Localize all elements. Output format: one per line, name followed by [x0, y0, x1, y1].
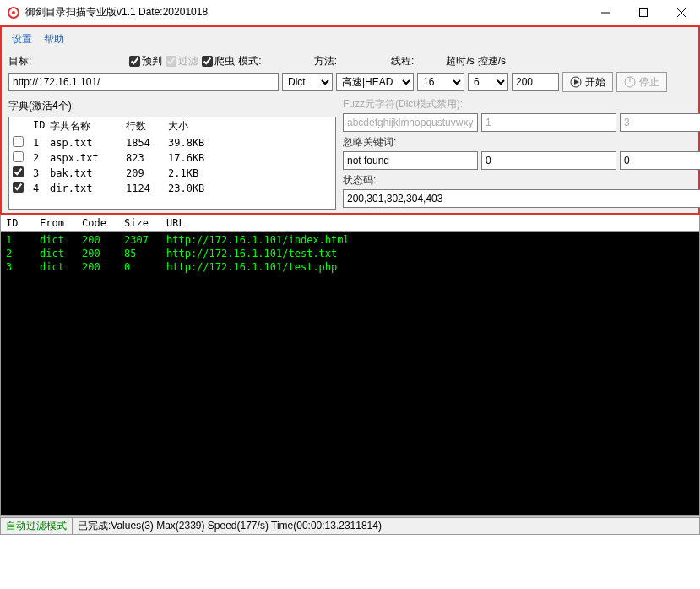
dict-row-id: 2	[33, 152, 50, 164]
dict-row-checkbox[interactable]	[13, 136, 24, 147]
status-progress: 已完成:Values(3) Max(2339) Speed(177/s) Tim…	[73, 517, 700, 535]
result-from: dict	[40, 247, 82, 260]
result-row[interactable]: 2dict20085http://172.16.1.101/test.txt	[6, 247, 694, 260]
result-code: 200	[82, 247, 124, 260]
dict-row-lines: 1124	[126, 183, 168, 194]
close-button[interactable]	[662, 0, 700, 25]
dict-row-id: 1	[33, 137, 50, 149]
mode-label: 模式:	[238, 54, 261, 68]
fuzz-max-input[interactable]	[620, 113, 700, 132]
filter-checkbox[interactable]: 过滤	[166, 54, 198, 68]
result-row[interactable]: 1dict2002307http://172.16.1.101/index.ht…	[6, 233, 694, 247]
config-columns: 字典(激活4个): ID 字典名称 行数 大小 1asp.txt185439.8…	[2, 95, 698, 213]
dict-row-id: 3	[33, 167, 50, 179]
ignore-keywords-input[interactable]	[343, 151, 478, 170]
statusbar: 自动过滤模式 已完成:Values(3) Max(2339) Speed(177…	[0, 516, 700, 535]
dict-row-name: dir.txt	[50, 183, 126, 194]
titlebar: 御剑目录扫描专业版v1.1 Date:20201018	[0, 0, 700, 25]
dict-header: 字典(激活4个):	[8, 95, 336, 117]
dict-row[interactable]: 4dir.txt112423.0KB	[9, 181, 335, 196]
result-id: 2	[6, 247, 40, 260]
result-row[interactable]: 3dict2000http://172.16.1.101/test.php	[6, 260, 694, 274]
result-size: 2307	[124, 233, 166, 247]
svg-rect-3	[639, 8, 647, 16]
minimize-button[interactable]	[586, 0, 624, 25]
result-url: http://172.16.1.101/test.php	[166, 260, 694, 274]
target-label: 目标:	[8, 54, 31, 68]
fuzz-label: Fuzz元字符(Dict模式禁用):	[343, 95, 700, 113]
results-body[interactable]: 1dict2002307http://172.16.1.101/index.ht…	[0, 231, 700, 516]
stop-button: 停止	[616, 72, 667, 92]
result-url: http://172.16.1.101/index.html	[166, 233, 694, 247]
status-filter-mode: 自动过滤模式	[0, 517, 73, 535]
dict-row-lines: 1854	[126, 137, 168, 149]
status-codes-input[interactable]	[343, 189, 700, 208]
method-select[interactable]: 高速|HEAD	[336, 73, 414, 91]
ignore-label: 忽略关键词:	[343, 134, 700, 151]
dict-columns: ID 字典名称 行数 大小	[9, 117, 335, 135]
fuzz-min-input[interactable]	[481, 113, 616, 132]
dict-row-size: 17.6KB	[168, 152, 227, 164]
mode-select[interactable]: Dict	[282, 73, 333, 91]
prejudge-checkbox[interactable]: 预判	[129, 54, 162, 68]
dict-row[interactable]: 2aspx.txt82317.6KB	[9, 150, 335, 166]
controls-row: Dict 高速|HEAD 16 6 开始 停止	[2, 70, 698, 95]
config-panel: 设置 帮助 目标: 预判 过滤 爬虫 模式: 方法: 线程: 超时/s 控速/s…	[0, 25, 700, 215]
dict-row-lines: 823	[126, 152, 168, 164]
dict-row[interactable]: 3bak.txt2092.1KB	[9, 166, 335, 181]
dict-row-size: 39.8KB	[168, 137, 227, 149]
menubar: 设置 帮助	[2, 27, 698, 51]
params-panel: Fuzz元字符(Dict模式禁用): 忽略关键词: 状态码:	[339, 95, 700, 213]
ignore-n1-input[interactable]	[481, 151, 616, 170]
results-header: ID From Code Size URL	[0, 215, 700, 231]
result-id: 3	[6, 260, 40, 274]
result-id: 1	[6, 233, 40, 247]
svg-point-1	[12, 11, 15, 14]
dict-list[interactable]: ID 字典名称 行数 大小 1asp.txt185439.8KB2aspx.tx…	[8, 117, 336, 210]
result-from: dict	[40, 233, 82, 247]
menu-help[interactable]: 帮助	[44, 32, 64, 46]
result-size: 0	[124, 260, 166, 274]
speedlimit-label: 控速/s	[478, 54, 506, 68]
speed-input[interactable]	[512, 73, 559, 91]
timeout-select[interactable]: 6	[468, 73, 508, 91]
window-title: 御剑目录扫描专业版v1.1 Date:20201018	[25, 5, 586, 19]
threads-select[interactable]: 16	[417, 73, 464, 91]
result-from: dict	[40, 260, 82, 274]
dict-row-size: 2.1KB	[168, 167, 227, 179]
method-label: 方法:	[314, 54, 337, 68]
app-icon	[7, 6, 20, 19]
spider-checkbox[interactable]: 爬虫	[202, 54, 235, 68]
menu-settings[interactable]: 设置	[12, 32, 32, 46]
dict-row-name: asp.txt	[50, 137, 126, 149]
fuzz-chars-input[interactable]	[343, 113, 478, 132]
status-code-label: 状态码:	[343, 172, 700, 189]
dict-row-id: 4	[33, 183, 50, 194]
timeout-label: 超时/s	[446, 54, 474, 68]
ignore-n2-input[interactable]	[620, 151, 700, 170]
dict-row-size: 23.0KB	[168, 183, 227, 194]
start-button[interactable]: 开始	[562, 72, 613, 92]
play-icon	[570, 76, 582, 88]
result-size: 85	[124, 247, 166, 260]
dict-row-lines: 209	[126, 167, 168, 179]
target-url-input[interactable]	[8, 73, 279, 91]
result-code: 200	[82, 260, 124, 274]
svg-marker-7	[574, 79, 579, 85]
dict-row-checkbox[interactable]	[13, 182, 24, 193]
options-row: 目标: 预判 过滤 爬虫 模式: 方法: 线程: 超时/s 控速/s	[2, 51, 698, 70]
result-code: 200	[82, 233, 124, 247]
dict-row-checkbox[interactable]	[13, 166, 24, 177]
stop-icon	[624, 76, 636, 88]
dict-row-checkbox[interactable]	[13, 151, 24, 162]
dict-row-name: aspx.txt	[50, 152, 126, 164]
maximize-button[interactable]	[624, 0, 662, 25]
result-url: http://172.16.1.101/test.txt	[166, 247, 694, 260]
dict-panel: 字典(激活4个): ID 字典名称 行数 大小 1asp.txt185439.8…	[2, 95, 339, 213]
dict-row-name: bak.txt	[50, 167, 126, 179]
threads-label: 线程:	[391, 54, 414, 68]
dict-row[interactable]: 1asp.txt185439.8KB	[9, 135, 335, 150]
